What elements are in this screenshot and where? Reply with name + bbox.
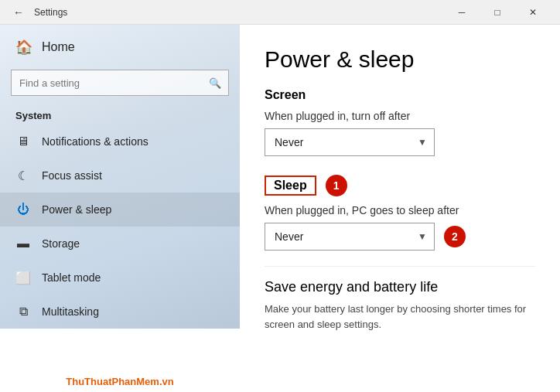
sidebar-wrapper: 🏠 Home 🔍 System 🖥 Notifications & action…	[0, 25, 240, 392]
sidebar-item-focus[interactable]: ☾ Focus assist	[0, 159, 240, 193]
sleep-dropdown-wrapper: Never ▼	[265, 223, 435, 251]
storage-icon: ▬	[15, 237, 31, 251]
storage-label: Storage	[42, 237, 80, 250]
sidebar-home-item[interactable]: 🏠 Home	[0, 25, 240, 70]
sidebar: 🏠 Home 🔍 System 🖥 Notifications & action…	[0, 25, 240, 329]
sidebar-item-notifications[interactable]: 🖥 Notifications & actions	[0, 124, 240, 159]
tablet-label: Tablet mode	[42, 271, 101, 284]
page-title: Power & sleep	[265, 46, 535, 73]
search-input[interactable]	[11, 70, 229, 96]
app-body: 🏠 Home 🔍 System 🖥 Notifications & action…	[0, 25, 560, 392]
focus-icon: ☾	[15, 169, 31, 183]
power-icon: ⏻	[15, 203, 31, 216]
back-button[interactable]: ←	[9, 3, 28, 22]
home-label: Home	[42, 40, 75, 54]
sleep-heading-box: Sleep	[265, 176, 316, 196]
screen-heading: Screen	[265, 88, 535, 102]
sidebar-item-tablet[interactable]: ⬜ Tablet mode	[0, 261, 240, 295]
sidebar-item-storage[interactable]: ▬ Storage	[0, 227, 240, 261]
maximize-button[interactable]: □	[480, 0, 515, 25]
multitasking-icon: ⧉	[15, 305, 31, 319]
sleep-section: Sleep 1 When plugged in, PC goes to slee…	[265, 175, 535, 251]
search-icon: 🔍	[209, 77, 221, 89]
sidebar-nav: 🖥 Notifications & actions ☾ Focus assist…	[0, 124, 240, 329]
sleep-label: When plugged in, PC goes to sleep after	[265, 204, 535, 216]
notifications-label: Notifications & actions	[42, 135, 149, 148]
title-bar: ← Settings ─ □ ✕	[0, 0, 560, 25]
screen-dropdown-wrapper: Never ▼	[265, 128, 435, 156]
section-label: System	[0, 105, 240, 124]
title-bar-title: Settings	[34, 7, 444, 18]
sidebar-search: 🔍	[11, 70, 229, 96]
sidebar-item-power[interactable]: ⏻ Power & sleep	[0, 193, 240, 227]
energy-heading: Save energy and battery life	[265, 279, 535, 295]
notifications-icon: 🖥	[15, 135, 31, 148]
minimize-button[interactable]: ─	[444, 0, 480, 25]
content-area: Power & sleep Screen When plugged in, tu…	[240, 25, 560, 392]
energy-description: Make your battery last longer by choosin…	[265, 302, 535, 332]
tablet-icon: ⬜	[15, 271, 31, 285]
close-button[interactable]: ✕	[515, 0, 551, 25]
focus-label: Focus assist	[42, 169, 102, 182]
screen-section: Screen When plugged in, turn off after N…	[265, 88, 535, 156]
window-controls: ─ □ ✕	[444, 0, 551, 25]
sleep-heading-row: Sleep 1	[265, 175, 535, 196]
home-icon: 🏠	[15, 39, 32, 56]
energy-section: Save energy and battery life Make your b…	[265, 266, 535, 332]
sidebar-item-multitasking[interactable]: ⧉ Multitasking	[0, 295, 240, 329]
annotation-1: 1	[326, 175, 347, 196]
watermark: ThuThuatPhanMem.vn	[0, 371, 240, 392]
sleep-heading: Sleep	[274, 179, 307, 192]
power-label: Power & sleep	[42, 203, 111, 216]
multitasking-label: Multitasking	[42, 305, 99, 318]
screen-turn-off-label: When plugged in, turn off after	[265, 110, 535, 122]
annotation-2: 2	[444, 226, 466, 247]
sleep-dropdown-row: Never ▼ 2	[265, 223, 535, 251]
screen-dropdown[interactable]: Never	[265, 128, 435, 156]
sleep-dropdown[interactable]: Never	[265, 223, 435, 251]
